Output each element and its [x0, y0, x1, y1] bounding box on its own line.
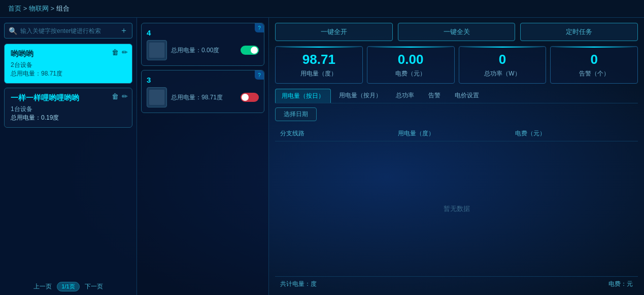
device-badge-2: ? — [255, 70, 264, 80]
footer-fee: 电费：元 — [608, 280, 633, 288]
device-card-header-2: 3 — [147, 76, 259, 84]
stats-row: 98.71 用电量（度） 0.00 电费（元） 0 总功率（W） 0 告警（个） — [275, 46, 638, 84]
group-name-2: 一样一样哩哟哩哟哟 — [11, 93, 126, 103]
device-thumbnail-2 — [147, 87, 167, 107]
edit-icon[interactable]: ✏ — [122, 48, 128, 56]
stat-label-electricity: 用电量（度） — [280, 69, 358, 78]
top-buttons: 一键全开 一键全关 定时任务 — [275, 23, 638, 41]
search-icon: 🔍 — [9, 27, 17, 35]
tab-total-power[interactable]: 总功率 — [390, 89, 420, 103]
stat-card-fee: 0.00 电费（元） — [367, 46, 455, 84]
toggle-track-1 — [241, 46, 259, 55]
device-list: ? 4 总用电量：0.00度 ? — [137, 18, 269, 295]
next-page-btn[interactable]: 下一页 — [85, 282, 103, 291]
one-key-all-off-button[interactable]: 一键全关 — [398, 23, 516, 41]
table-footer: 共计电量：度 电费：元 — [275, 276, 638, 291]
toggle-thumb-1 — [251, 47, 258, 54]
edit-icon-2[interactable]: ✏ — [122, 92, 128, 100]
device-number-1: 4 — [147, 28, 151, 37]
col-electricity-label: 用电量（度） — [398, 129, 516, 138]
device-card-1: ? 4 总用电量：0.00度 — [141, 23, 264, 66]
stat-card-alarm: 0 告警（个） — [550, 46, 638, 84]
tabs-row: 用电量（按日） 用电量（按月） 总功率 告警 电价设置 — [275, 89, 638, 103]
toggle-track-2 — [241, 93, 259, 102]
breadcrumb: 首页 > 物联网 > 组合 — [0, 0, 644, 18]
stat-label-fee: 电费（元） — [371, 69, 450, 78]
delete-icon[interactable]: 🗑 — [112, 48, 119, 56]
date-select-button[interactable]: 选择日期 — [275, 107, 317, 121]
footer-electricity: 共计电量：度 — [280, 280, 317, 288]
toggle-thumb-2 — [242, 94, 249, 101]
table-header: 分支线路 用电量（度） 电费（元） — [275, 126, 638, 141]
stat-value-fee: 0.00 — [371, 52, 450, 67]
stat-value-power: 0 — [463, 52, 542, 67]
date-select-row: 选择日期 — [275, 107, 638, 121]
prev-page-btn[interactable]: 上一页 — [33, 282, 52, 291]
stat-label-alarm: 告警（个） — [555, 69, 633, 78]
device-thumb-inner-1 — [149, 43, 164, 58]
content-area: 选择日期 分支线路 用电量（度） 电费（元） 暂无数据 共计电量：度 电费：元 — [275, 107, 638, 291]
group-card-active[interactable]: 🗑 ✏ 哟哟哟 2台设备 总用电量：98.71度 — [4, 44, 132, 84]
group-actions-2: 🗑 ✏ — [112, 92, 128, 100]
col-branch-label: 分支线路 — [280, 129, 398, 138]
sidebar-footer: 上一页 1/1页 下一页 — [0, 282, 137, 291]
group-stats-1: 总用电量：98.71度 — [11, 69, 126, 78]
device-info-row-2: 总用电量：98.71度 — [147, 87, 259, 107]
group-stats-2: 总用电量：0.19度 — [11, 114, 126, 122]
search-input[interactable] — [20, 27, 120, 34]
tab-monthly-electricity[interactable]: 用电量（按月） — [333, 89, 388, 103]
device-stats-1: 总用电量：0.00度 — [171, 46, 236, 55]
no-data-message: 暂无数据 — [275, 141, 638, 276]
device-toggle-1[interactable] — [241, 46, 259, 55]
group-actions: 🗑 ✏ — [112, 48, 128, 56]
device-stats-2: 总用电量：98.71度 — [171, 93, 236, 102]
one-key-all-on-button[interactable]: 一键全开 — [275, 23, 393, 41]
stat-label-power: 总功率（W） — [463, 69, 542, 78]
device-badge-1: ? — [255, 23, 264, 32]
tab-daily-electricity[interactable]: 用电量（按日） — [275, 89, 331, 103]
tab-alarm[interactable]: 告警 — [422, 89, 447, 103]
device-toggle-2[interactable] — [241, 93, 259, 102]
page-badge: 1/1页 — [57, 282, 79, 291]
timed-task-button[interactable]: 定时任务 — [520, 23, 638, 41]
device-thumb-inner-2 — [149, 90, 164, 105]
group-name-1: 哟哟哟 — [11, 49, 126, 59]
add-icon[interactable]: ＋ — [120, 25, 128, 36]
col-fee-label: 电费（元） — [515, 129, 633, 138]
group-device-count-2: 1台设备 — [11, 105, 126, 114]
right-panel: 一键全开 一键全关 定时任务 98.71 用电量（度） 0.00 电费（元） 0… — [269, 18, 644, 295]
device-card-header-1: 4 — [147, 28, 259, 37]
stat-card-electricity: 98.71 用电量（度） — [275, 46, 363, 84]
device-thumbnail-1 — [147, 40, 167, 60]
search-bar: 🔍 ＋ — [4, 23, 132, 39]
stat-value-alarm: 0 — [555, 52, 633, 67]
tab-price-settings[interactable]: 电价设置 — [449, 89, 485, 103]
stat-value-electricity: 98.71 — [280, 52, 358, 67]
device-card-2: ? 3 总用电量：98.71度 — [141, 70, 264, 113]
sidebar: 🔍 ＋ 🗑 ✏ 哟哟哟 2台设备 总用电量：98.71度 🗑 ✏ 一样一样哩哟哩… — [0, 18, 137, 295]
group-device-count-1: 2台设备 — [11, 61, 126, 69]
group-card-inactive[interactable]: 🗑 ✏ 一样一样哩哟哩哟哟 1台设备 总用电量：0.19度 — [4, 88, 132, 128]
stat-card-power: 0 总功率（W） — [459, 46, 547, 84]
device-info-row-1: 总用电量：0.00度 — [147, 40, 259, 60]
device-number-2: 3 — [147, 76, 151, 84]
delete-icon-2[interactable]: 🗑 — [112, 92, 119, 100]
